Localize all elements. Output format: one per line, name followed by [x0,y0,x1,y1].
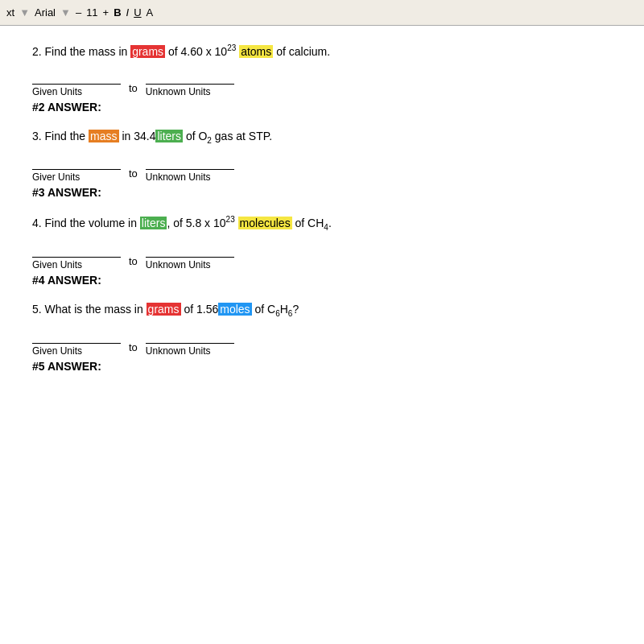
toolbar-minus[interactable]: – [76,6,81,19]
q3-mid1: in 34.4 [119,130,156,142]
q4-mid2: of CH4. [292,217,332,229]
q2-mid1: of 4.60 x 1023 [165,45,239,58]
q5-mid2: of C6H6? [252,303,299,316]
q3-answer-label: #3 ANSWER: [32,186,612,199]
q2-given-underline [32,70,121,85]
toolbar-font[interactable]: Arial [35,6,56,19]
q4-prefix: 4. Find the volume in [32,217,140,229]
q4-highlight-molecules: molecules [238,217,292,229]
q3-mid2: of O2 gas at STP. [183,130,272,142]
toolbar: xt ▼ Arial ▼ – 11 + B I U A [0,0,644,26]
q5-highlight-moles: moles [218,303,251,316]
q5-mid1: of 1.56 [181,303,219,316]
q5-conversion: Given Units to Unknown Units [32,329,612,357]
q2-unknown-blank: Unknown Units [146,70,234,97]
q2-answer-label: #2 ANSWER: [32,101,612,114]
q4-to: to [129,255,138,267]
q3-unknown-label: Unknown Units [146,171,211,183]
q4-answer-label: #4 ANSWER: [32,274,612,287]
q3-to: to [129,167,138,180]
q2-highlight-grams: grams [130,45,165,58]
q3-highlight-mass: mass [89,130,118,142]
q2-to: to [129,82,138,94]
q5-unknown-label: Unknown Units [146,345,211,357]
toolbar-underline[interactable]: U [134,6,141,19]
q5-unknown-underline [146,329,234,344]
q2-prefix: 2. Find the mass in [32,45,130,58]
q5-unknown-blank: Unknown Units [146,329,234,357]
q2-unknown-label: Unknown Units [146,86,211,97]
q3-given-label: Giver Units [32,171,80,183]
q3-given-blank: Giver Units [32,155,121,183]
q3-prefix: 3. Find the [32,130,89,142]
q5-given-blank: Given Units [32,329,121,357]
q4-mid1: , of 5.8 x 1023 [167,217,237,229]
q4-highlight-liters: liters [140,217,167,229]
question-3: 3. Find the mass in 34.4liters of O2 gas… [32,128,612,200]
q5-answer-label: #5 ANSWER: [32,360,612,373]
q5-prefix: 5. What is the mass in [32,303,147,316]
q3-unknown-underline [146,155,234,170]
q2-highlight-atoms: atoms [239,45,273,58]
toolbar-align[interactable]: A [147,6,154,19]
q2-given-label: Given Units [32,86,82,97]
question-3-text: 3. Find the mass in 34.4liters of O2 gas… [32,128,612,147]
q3-unknown-blank: Unknown Units [146,155,234,183]
q5-given-label: Given Units [32,345,82,357]
q2-unknown-underline [146,70,234,85]
q4-unknown-underline [146,243,234,258]
q4-given-label: Given Units [32,259,82,270]
q2-suffix: of calcium. [273,45,330,58]
question-5-text: 5. What is the mass in grams of 1.56mole… [32,301,612,320]
question-2: 2. Find the mass in grams of 4.60 x 1023… [32,42,612,114]
q3-given-underline [32,155,121,170]
question-4-text: 4. Find the volume in liters, of 5.8 x 1… [32,213,612,233]
q4-unknown-blank: Unknown Units [146,243,234,270]
q4-conversion: Given Units to Unknown Units [32,243,612,270]
q5-given-underline [32,329,121,344]
toolbar-size[interactable]: 11 [86,6,97,19]
content-area: 2. Find the mass in grams of 4.60 x 1023… [0,26,644,644]
q3-highlight-liters: liters [155,130,183,142]
toolbar-label-xt: xt [6,6,14,19]
toolbar-bold[interactable]: B [114,6,121,19]
toolbar-italic[interactable]: I [126,6,130,19]
q4-unknown-label: Unknown Units [146,259,211,270]
q3-conversion: Giver Units to Unknown Units [32,155,612,183]
question-5: 5. What is the mass in grams of 1.56mole… [32,301,612,373]
question-2-text: 2. Find the mass in grams of 4.60 x 1023… [32,42,612,60]
q4-given-underline [32,243,121,258]
q2-given-blank: Given Units [32,70,121,97]
q2-conversion: Given Units to Unknown Units [32,70,612,97]
q5-to: to [129,341,138,353]
q4-given-blank: Given Units [32,243,121,270]
q5-highlight-grams: grams [147,303,181,316]
toolbar-plus[interactable]: + [103,6,109,19]
question-4: 4. Find the volume in liters, of 5.8 x 1… [32,213,612,286]
